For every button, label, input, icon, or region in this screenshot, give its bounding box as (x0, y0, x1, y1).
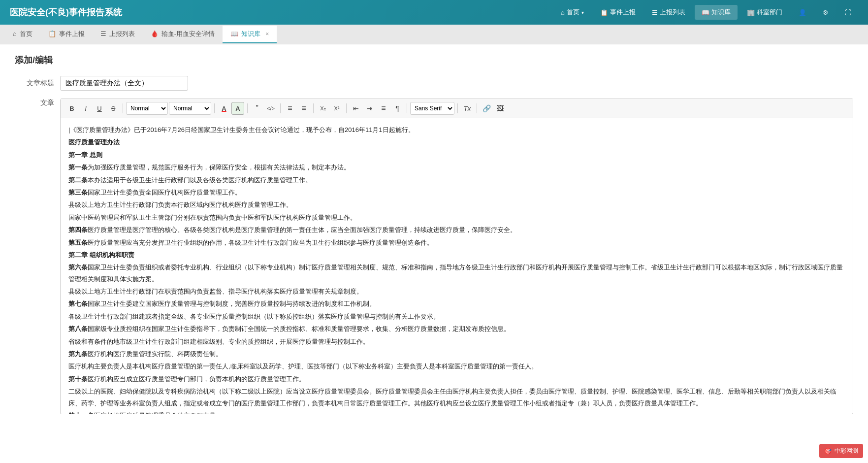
nav-dept-label: 科室部门 (757, 8, 782, 17)
tab-home-label: 首页 (20, 30, 32, 38)
editor-body[interactable]: |《医疗质量管理办法》已于2016年7月26日经国家卫生计生委务主任会议讨论通过… (61, 118, 853, 414)
page-content: 添加/编辑 文章标题 文章 B I U S Normal Heading 1 H… (0, 44, 868, 463)
nav-report[interactable]: 📋 事件上报 (593, 5, 643, 20)
toolbar-font-color[interactable]: A (218, 102, 230, 115)
form-row-content: 文章 B I U S Normal Heading 1 Heading 2 He… (15, 99, 853, 414)
tab-report[interactable]: 📋 事件上报 (40, 26, 93, 43)
home-icon: ⌂ (561, 9, 565, 16)
page-title: 添加/编辑 (15, 54, 853, 66)
settings-icon: ⚙ (823, 9, 829, 16)
toolbar-divider-5 (313, 103, 314, 113)
nav-dept[interactable]: 🏢 科室部门 (740, 5, 789, 20)
tab-knowledge[interactable]: 📖 知识库 × (223, 26, 277, 43)
tab-list-icon: ☰ (100, 30, 106, 37)
toolbar-bg-color[interactable]: A (231, 102, 244, 115)
toolbar-divider-3 (247, 103, 248, 113)
article-title-input[interactable] (60, 76, 188, 91)
nav-list[interactable]: ☰ 上报列表 (645, 5, 692, 20)
tab-knowledge-label: 知识库 (241, 30, 260, 38)
toolbar-divider-4 (280, 103, 281, 113)
toolbar-image[interactable]: 🖼 (494, 102, 507, 115)
book-icon: 📖 (702, 9, 709, 16)
toolbar-font-style[interactable]: Normal Sans Serif Serif (169, 102, 211, 115)
tab-bar: ⌂ 首页 📋 事件上报 ☰ 上报列表 🩸 输血-用血安全详情 📖 知识库 × (0, 25, 868, 44)
list-icon: ☰ (652, 9, 658, 16)
tab-report-icon: 📋 (48, 30, 56, 37)
tab-home[interactable]: ⌂ 首页 (5, 26, 40, 43)
toolbar-paragraph-style[interactable]: Normal Heading 1 Heading 2 Heading 3 (126, 102, 168, 115)
nav-home-label: 首页 (567, 8, 579, 17)
article-text: |《医疗质量管理办法》已于2016年7月26日经国家卫生计生委务主任会议讨论通过… (68, 124, 845, 414)
toolbar-divider-9 (477, 103, 477, 113)
tab-report-label: 事件上报 (59, 30, 85, 38)
toolbar-align-center[interactable]: ≡ (377, 102, 390, 115)
nav-knowledge-label: 知识库 (711, 8, 731, 17)
toolbar-bold[interactable]: B (65, 102, 78, 115)
toolbar-link[interactable]: 🔗 (480, 102, 493, 115)
form-row-title: 文章标题 (15, 76, 853, 91)
toolbar-divider-6 (346, 103, 347, 113)
tab-list-label: 上报列表 (109, 30, 135, 38)
toolbar-code[interactable]: </> (264, 102, 277, 115)
chevron-down-icon: ▾ (581, 10, 584, 15)
nav-settings[interactable]: ⚙ (816, 6, 836, 19)
toolbar-unordered-list[interactable]: ≡ (297, 102, 310, 115)
nav-list-label: 上报列表 (660, 8, 685, 17)
nav-knowledge[interactable]: 📖 知识库 (695, 5, 738, 20)
top-nav-right: ⌂ 首页 ▾ 📋 事件上报 ☰ 上报列表 📖 知识库 🏢 科室部门 👤 ⚙ ⛶ (554, 5, 858, 20)
nav-report-label: 事件上报 (610, 8, 636, 17)
tab-home-icon: ⌂ (13, 30, 17, 37)
app-logo: 医院安全(不良)事件报告系统 (10, 6, 122, 18)
nav-fullscreen[interactable]: ⛶ (838, 6, 858, 19)
toolbar-subscript[interactable]: X₂ (317, 102, 329, 115)
nav-user[interactable]: 👤 (792, 6, 813, 19)
tab-knowledge-close[interactable]: × (265, 31, 269, 37)
editor-toolbar: B I U S Normal Heading 1 Heading 2 Headi… (61, 99, 853, 118)
toolbar-divider-2 (214, 103, 215, 113)
tab-knowledge-icon: 📖 (230, 30, 238, 37)
article-title-label: 文章标题 (15, 79, 54, 88)
toolbar-blockquote[interactable]: " (251, 102, 263, 115)
report-icon: 📋 (600, 9, 608, 16)
toolbar-underline[interactable]: U (93, 102, 106, 115)
toolbar-divider-1 (123, 103, 123, 113)
toolbar-divider-8 (457, 103, 458, 113)
toolbar-paragraph[interactable]: ¶ (391, 102, 404, 115)
toolbar-ordered-list[interactable]: ≡ (284, 102, 296, 115)
toolbar-divider-7 (407, 103, 407, 113)
dept-icon: 🏢 (747, 9, 755, 16)
editor-container: B I U S Normal Heading 1 Heading 2 Headi… (60, 99, 853, 414)
toolbar-font-family[interactable]: Sans Serif Serif Monospace (410, 102, 454, 115)
article-content-label: 文章 (15, 99, 54, 107)
watermark-icon: 🎯 (824, 448, 832, 455)
tab-blood-label: 输血-用血安全详情 (161, 30, 215, 38)
toolbar-indent[interactable]: ⇥ (363, 102, 376, 115)
top-navbar: 医院安全(不良)事件报告系统 ⌂ 首页 ▾ 📋 事件上报 ☰ 上报列表 📖 知识… (0, 0, 868, 25)
toolbar-italic[interactable]: I (79, 102, 92, 115)
tab-blood-icon: 🩸 (151, 30, 159, 37)
user-icon: 👤 (799, 9, 806, 16)
watermark-text: 中彩网测 (835, 447, 858, 455)
tab-list[interactable]: ☰ 上报列表 (93, 26, 143, 43)
toolbar-outdent[interactable]: ⇤ (350, 102, 362, 115)
toolbar-superscript[interactable]: X² (330, 102, 343, 115)
fullscreen-icon: ⛶ (845, 9, 851, 16)
toolbar-strikethrough[interactable]: S (107, 102, 120, 115)
nav-home[interactable]: ⌂ 首页 ▾ (554, 5, 591, 20)
toolbar-clear-format[interactable]: Tx (461, 102, 474, 115)
watermark: 🎯 中彩网测 (819, 444, 863, 458)
tab-blood[interactable]: 🩸 输血-用血安全详情 (143, 26, 223, 43)
